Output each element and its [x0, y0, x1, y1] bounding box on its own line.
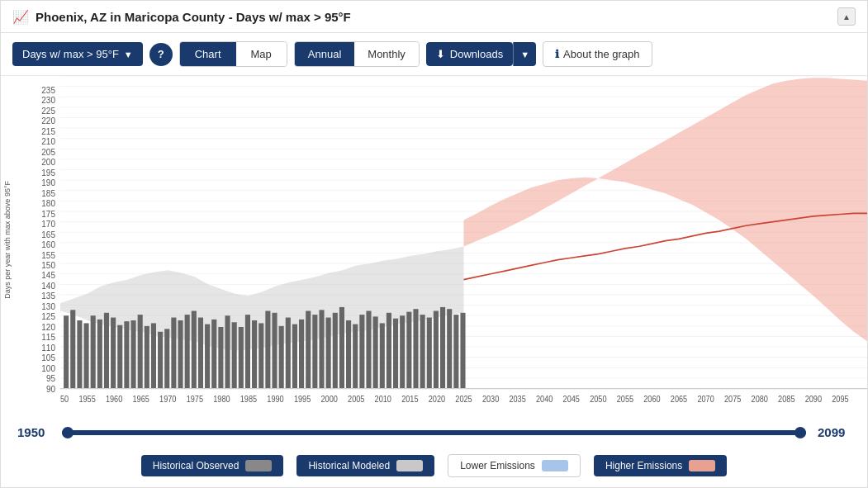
downloads-split-button[interactable]: ▼	[513, 42, 536, 66]
tab-chart[interactable]: Chart	[180, 42, 236, 66]
svg-text:1995: 1995	[294, 394, 311, 404]
title-left: 📈 Phoenix, AZ in Maricopa County - Days …	[12, 9, 351, 25]
legend-historical-modeled[interactable]: Historical Modeled	[296, 455, 434, 476]
svg-rect-46	[145, 326, 149, 389]
svg-text:2045: 2045	[563, 394, 581, 404]
svg-rect-49	[164, 329, 169, 388]
svg-rect-47	[151, 323, 156, 388]
svg-rect-79	[366, 311, 371, 389]
legend-historical-observed[interactable]: Historical Observed	[141, 455, 284, 476]
svg-rect-39	[97, 320, 102, 389]
tab-monthly[interactable]: Monthly	[354, 42, 419, 66]
svg-rect-93	[460, 313, 465, 389]
svg-rect-40	[104, 313, 109, 389]
svg-text:2075: 2075	[724, 394, 742, 404]
legend-hist-mod-label: Historical Modeled	[308, 460, 390, 471]
svg-text:2085: 2085	[778, 394, 795, 404]
svg-rect-72	[319, 310, 324, 388]
tab-map[interactable]: Map	[236, 42, 287, 66]
svg-text:2090: 2090	[805, 394, 823, 404]
svg-rect-58	[225, 315, 230, 388]
svg-text:2005: 2005	[348, 394, 365, 404]
svg-text:2000: 2000	[320, 394, 338, 404]
svg-rect-74	[333, 313, 338, 389]
svg-text:2040: 2040	[536, 394, 553, 404]
svg-rect-59	[232, 322, 237, 388]
svg-rect-54	[198, 318, 203, 389]
title-bar: 📈 Phoenix, AZ in Maricopa County - Days …	[1, 1, 867, 33]
svg-rect-81	[380, 323, 385, 388]
svg-rect-87	[420, 315, 425, 388]
legend-higher-em-swatch	[689, 460, 715, 471]
legend-hist-obs-label: Historical Observed	[153, 460, 240, 471]
toolbar: Days w/ max > 95°F ▼ ? Chart Map Annual …	[1, 33, 867, 76]
svg-rect-70	[306, 311, 311, 389]
variable-label: Days w/ max > 95°F	[22, 48, 119, 60]
svg-text:2060: 2060	[643, 394, 661, 404]
svg-rect-88	[427, 318, 432, 389]
help-button[interactable]: ?	[149, 43, 173, 66]
timeline-right-handle[interactable]	[794, 427, 806, 438]
svg-rect-63	[259, 323, 263, 388]
legend-hist-mod-swatch	[396, 460, 423, 471]
svg-rect-36	[77, 320, 82, 389]
svg-rect-51	[178, 320, 183, 389]
about-button[interactable]: ℹ About the graph	[543, 41, 652, 67]
svg-text:2055: 2055	[617, 394, 634, 404]
svg-rect-84	[400, 315, 405, 388]
downloads-group: ⬇ Downloads ▼	[426, 42, 536, 66]
svg-rect-65	[272, 313, 277, 389]
timeline-end: 2099	[818, 425, 851, 439]
legend-lower-em-label: Lower Emissions	[460, 460, 535, 471]
svg-rect-62	[252, 320, 257, 389]
svg-text:1965: 1965	[133, 394, 150, 404]
svg-rect-34	[64, 315, 69, 388]
svg-rect-55	[205, 325, 210, 389]
svg-rect-73	[326, 318, 331, 389]
svg-rect-80	[373, 316, 378, 388]
svg-rect-57	[218, 327, 223, 389]
downloads-button[interactable]: ⬇ Downloads	[426, 42, 513, 66]
svg-marker-33	[464, 78, 868, 341]
chart-canvas: 1950 1955 1960 1965 1970 1975 1980 1985 …	[60, 76, 867, 417]
svg-rect-44	[130, 320, 135, 389]
svg-rect-38	[91, 315, 96, 388]
svg-text:1975: 1975	[187, 394, 204, 404]
y-axis-label: Days per year with max above 95°F	[3, 181, 12, 299]
svg-text:2080: 2080	[752, 394, 769, 404]
timeline-track[interactable]	[62, 430, 806, 435]
svg-rect-66	[279, 326, 284, 389]
svg-text:1980: 1980	[213, 394, 230, 404]
svg-text:2035: 2035	[509, 394, 526, 404]
svg-rect-76	[346, 320, 351, 389]
timeline-bar: 1950 2099	[1, 417, 867, 448]
svg-rect-75	[339, 307, 344, 389]
svg-rect-56	[211, 320, 216, 389]
tab-annual[interactable]: Annual	[295, 42, 354, 66]
variable-dropdown[interactable]: Days w/ max > 95°F ▼	[12, 42, 143, 66]
svg-rect-82	[387, 313, 391, 389]
period-tabs: Annual Monthly	[294, 41, 420, 67]
main-container: 📈 Phoenix, AZ in Maricopa County - Days …	[0, 0, 868, 488]
svg-rect-89	[434, 311, 439, 389]
svg-rect-86	[413, 309, 418, 388]
svg-rect-60	[239, 327, 244, 389]
chart-line-icon: 📈	[12, 9, 29, 25]
svg-text:1985: 1985	[240, 394, 258, 404]
chart-map-tabs: Chart Map	[179, 41, 287, 67]
chevron-down-icon: ▼	[124, 50, 133, 59]
timeline-left-handle[interactable]	[62, 427, 74, 438]
svg-text:1950: 1950	[60, 394, 69, 404]
svg-text:1990: 1990	[267, 394, 284, 404]
collapse-button[interactable]: ▲	[837, 7, 856, 26]
svg-rect-42	[117, 325, 122, 389]
svg-rect-67	[286, 318, 291, 389]
legend-higher-em-label: Higher Emissions	[605, 460, 682, 471]
svg-rect-61	[245, 315, 250, 388]
legend-lower-emissions[interactable]: Lower Emissions	[448, 454, 581, 477]
help-label: ?	[158, 48, 164, 60]
page-title: Phoenix, AZ in Maricopa County - Days w/…	[36, 10, 351, 24]
legend-higher-emissions[interactable]: Higher Emissions	[594, 455, 727, 476]
svg-rect-37	[83, 323, 88, 388]
svg-rect-52	[185, 315, 190, 388]
